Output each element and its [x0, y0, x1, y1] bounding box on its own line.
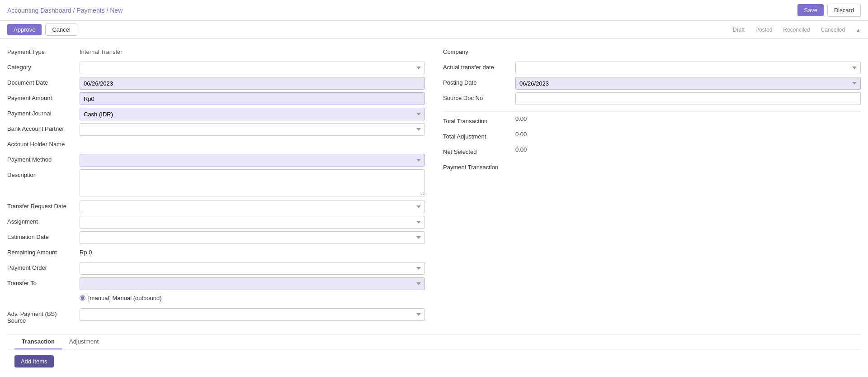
- actual-transfer-date-row: Actual transfer date: [443, 62, 861, 74]
- cancel-action-button[interactable]: Cancel: [45, 24, 77, 36]
- description-row: Description: [7, 169, 425, 198]
- payment-journal-row: Payment Journal Cash (IDR): [7, 108, 425, 120]
- payment-amount-input[interactable]: [80, 92, 425, 105]
- manual-radio-label: [manual] Manual (outbound): [88, 295, 162, 301]
- assignment-select[interactable]: [80, 216, 425, 229]
- category-select[interactable]: [80, 62, 425, 74]
- breadcrumb-mid[interactable]: Payments: [76, 7, 104, 14]
- estimation-date-label: Estimation Date: [7, 231, 80, 240]
- breadcrumb: Accounting Dashboard / Payments / New: [7, 7, 794, 14]
- total-adjustment-row: Total Adjustment 0.00: [443, 131, 861, 143]
- adv-payment-row: Adv. Payment (BS) Source: [7, 308, 425, 324]
- payment-amount-row: Payment Amount: [7, 92, 425, 105]
- total-adjustment-label: Total Adjustment: [443, 131, 515, 140]
- tab-transaction[interactable]: Transaction: [14, 334, 62, 349]
- transfer-request-date-select[interactable]: [80, 200, 425, 213]
- source-doc-no-row: Source Doc No: [443, 92, 861, 105]
- payment-method-label: Payment Method: [7, 154, 80, 163]
- transfer-to-label: Transfer To: [7, 277, 80, 286]
- estimation-date-select[interactable]: [80, 231, 425, 244]
- tabs-content: Add Items: [7, 349, 861, 373]
- actual-transfer-date-select[interactable]: [515, 62, 861, 74]
- company-label: Company: [443, 46, 515, 55]
- breadcrumb-current: New: [110, 7, 123, 14]
- total-adjustment-value: 0.00: [515, 131, 527, 138]
- payment-type-row: Payment Type Internal Transfer: [7, 46, 425, 59]
- document-date-label: Document Date: [7, 77, 80, 86]
- assignment-label: Assignment: [7, 216, 80, 225]
- tab-adjustment[interactable]: Adjustment: [62, 334, 106, 349]
- posting-date-label: Posting Date: [443, 77, 515, 86]
- payment-method-row: Payment Method: [7, 154, 425, 167]
- net-selected-value: 0.00: [515, 146, 527, 153]
- payment-journal-label: Payment Journal: [7, 108, 80, 117]
- divider: [443, 111, 861, 112]
- source-doc-no-label: Source Doc No: [443, 92, 515, 101]
- transfer-request-date-label: Transfer Request Date: [7, 200, 80, 210]
- net-selected-label: Net Selected: [443, 146, 515, 155]
- manual-option-row: [manual] Manual (outbound): [7, 293, 425, 305]
- adv-payment-select[interactable]: [80, 308, 425, 321]
- payment-type-label: Payment Type: [7, 46, 80, 55]
- remaining-amount-row: Remaining Amount Rp 0: [7, 247, 425, 259]
- document-date-row: Document Date: [7, 77, 425, 90]
- payment-transaction-row: Payment Transaction: [443, 162, 861, 174]
- status-reconciled[interactable]: Reconciled: [783, 27, 810, 33]
- description-label: Description: [7, 169, 80, 178]
- status-posted[interactable]: Posted: [755, 27, 772, 33]
- account-holder-name-label: Account Holder Name: [7, 138, 80, 148]
- assignment-row: Assignment: [7, 216, 425, 229]
- total-transaction-value: 0.00: [515, 115, 527, 122]
- payment-method-select[interactable]: [80, 154, 425, 167]
- status-cancelled[interactable]: Cancelled: [821, 27, 845, 33]
- description-textarea[interactable]: [80, 169, 425, 196]
- adv-payment-label: Adv. Payment (BS) Source: [7, 308, 80, 324]
- account-holder-name-row: Account Holder Name: [7, 138, 425, 151]
- form-right: Company Actual transfer date Posting Dat…: [443, 46, 861, 327]
- category-label: Category: [7, 62, 80, 71]
- bank-account-partner-label: Bank Account Partner: [7, 123, 80, 132]
- transfer-to-row: Transfer To: [7, 277, 425, 290]
- payment-order-select[interactable]: [80, 262, 425, 275]
- net-selected-row: Net Selected 0.00: [443, 146, 861, 159]
- posting-date-select[interactable]: 06/26/2023: [515, 77, 861, 90]
- breadcrumb-root[interactable]: Accounting Dashboard: [7, 7, 71, 14]
- payment-amount-label: Payment Amount: [7, 92, 80, 101]
- payment-type-value: Internal Transfer: [80, 46, 425, 55]
- form-grid: Payment Type Internal Transfer Category …: [7, 46, 861, 327]
- status-draft[interactable]: Draft: [733, 27, 745, 33]
- action-bar: Approve Cancel Draft Posted Reconciled C…: [0, 21, 868, 39]
- tabs-bar: Transaction Adjustment: [7, 334, 861, 349]
- transfer-to-select[interactable]: [80, 277, 425, 290]
- total-transaction-row: Total Transaction 0.00: [443, 115, 861, 128]
- manual-option-spacer: [7, 293, 80, 295]
- form-left: Payment Type Internal Transfer Category …: [7, 46, 425, 327]
- main-content: Payment Type Internal Transfer Category …: [0, 39, 868, 377]
- estimation-date-row: Estimation Date: [7, 231, 425, 244]
- add-items-button[interactable]: Add Items: [14, 355, 54, 367]
- payment-order-row: Payment Order: [7, 262, 425, 275]
- discard-button[interactable]: Discard: [827, 4, 861, 17]
- posting-date-row: Posting Date 06/26/2023: [443, 77, 861, 90]
- category-row: Category: [7, 62, 425, 74]
- company-row: Company: [443, 46, 861, 59]
- payment-order-label: Payment Order: [7, 262, 80, 271]
- manual-radio-input[interactable]: [80, 295, 85, 301]
- payment-transaction-label: Payment Transaction: [443, 162, 515, 171]
- save-button[interactable]: Save: [797, 4, 824, 16]
- bank-account-partner-select[interactable]: [80, 123, 425, 136]
- remaining-amount-value: Rp 0: [80, 247, 92, 256]
- action-bar-left: Approve Cancel: [7, 24, 77, 36]
- approve-button[interactable]: Approve: [7, 24, 42, 35]
- payment-journal-select[interactable]: Cash (IDR): [80, 108, 425, 120]
- status-bar: Draft Posted Reconciled Cancelled ▲: [733, 27, 861, 33]
- source-doc-no-input[interactable]: [515, 92, 861, 105]
- remaining-amount-label: Remaining Amount: [7, 247, 80, 256]
- manual-radio-option: [manual] Manual (outbound): [80, 295, 425, 301]
- bank-account-partner-row: Bank Account Partner: [7, 123, 425, 136]
- chevron-up-icon: ▲: [856, 27, 861, 33]
- transfer-request-date-row: Transfer Request Date: [7, 200, 425, 213]
- total-transaction-label: Total Transaction: [443, 115, 515, 124]
- actual-transfer-date-label: Actual transfer date: [443, 62, 515, 71]
- document-date-input[interactable]: [80, 77, 425, 90]
